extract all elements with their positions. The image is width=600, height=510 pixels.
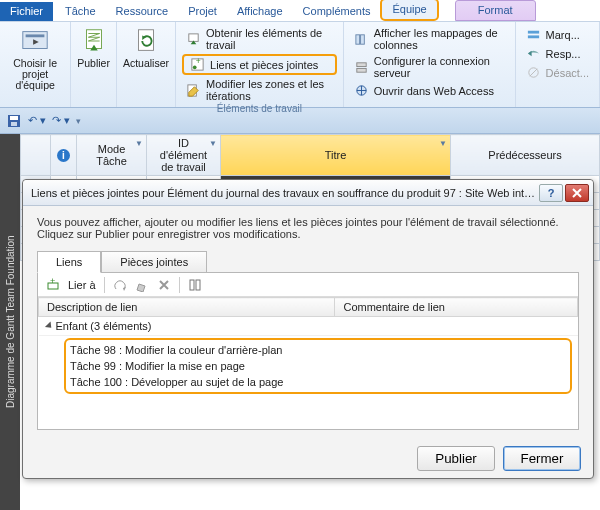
child-task-list: Tâche 98 : Modifier la couleur d'arrière…: [64, 338, 572, 394]
col-link-description[interactable]: Description de lien: [39, 298, 335, 317]
resp-button[interactable]: Resp...: [522, 45, 593, 62]
refresh-icon: [131, 26, 161, 56]
tab-task[interactable]: Tâche: [55, 2, 106, 21]
reply-icon: [526, 46, 541, 61]
col-info[interactable]: i: [51, 135, 77, 176]
redo-button[interactable]: ↷ ▾: [52, 114, 70, 127]
open-web-access-button[interactable]: Ouvrir dans Web Access: [350, 82, 509, 99]
edit-link-icon[interactable]: [135, 278, 149, 292]
edit-icon: [186, 83, 201, 98]
tab-links[interactable]: Liens: [37, 251, 101, 273]
col-mode[interactable]: Mode Tâche▼: [77, 135, 147, 176]
save-icon[interactable]: [6, 113, 22, 129]
show-column-mappings-button[interactable]: Afficher les mappages de colonnes: [350, 26, 509, 52]
svg-rect-16: [357, 68, 366, 72]
edit-areas-button[interactable]: Modifier les zones et les itérations: [182, 77, 337, 103]
svg-rect-30: [196, 280, 200, 290]
add-link-icon[interactable]: +: [46, 278, 60, 292]
svg-rect-29: [190, 280, 194, 290]
publish-icon: [79, 26, 109, 56]
bookmark-icon: [526, 27, 541, 42]
dialog-hint: Vous pouvez afficher, ajouter ou modifie…: [37, 216, 579, 240]
link-group-row[interactable]: Enfant (3 éléments): [39, 317, 578, 336]
list-item[interactable]: Tâche 100 : Développer au sujet de la pa…: [70, 374, 566, 390]
help-button[interactable]: ?: [539, 184, 563, 202]
columns-icon[interactable]: [188, 278, 202, 292]
columns-icon: [354, 32, 369, 47]
mark-button[interactable]: Marq...: [522, 26, 593, 43]
refresh-button[interactable]: Actualiser: [123, 26, 169, 69]
undo-button[interactable]: ↶ ▾: [28, 114, 46, 127]
col-workitem-id[interactable]: ID d'élément de travail▼: [147, 135, 221, 176]
configure-server-button[interactable]: Configurer la connexion serveur: [350, 54, 509, 80]
svg-rect-19: [527, 35, 538, 38]
ribbon-tabs: Fichier Tâche Ressource Projet Affichage…: [0, 0, 600, 22]
server-icon: [354, 60, 369, 75]
col-predecessors[interactable]: Prédécesseurs: [451, 135, 600, 176]
link-to-button[interactable]: Lier à: [68, 279, 96, 291]
group-label-work-items: Éléments de travail: [217, 103, 302, 114]
team-project-icon: [20, 26, 50, 56]
svg-rect-1: [26, 34, 45, 37]
svg-rect-25: [11, 122, 17, 126]
svg-rect-24: [10, 116, 18, 120]
open-icon[interactable]: [113, 278, 127, 292]
publish-button[interactable]: Publier: [77, 26, 110, 69]
tab-display[interactable]: Affichage: [227, 2, 293, 21]
dialog-tabs: Liens Pièces jointes: [37, 250, 579, 272]
tab-addins[interactable]: Compléments: [293, 2, 381, 21]
links-attachments-button[interactable]: + Liens et pièces jointes: [182, 54, 337, 75]
svg-rect-18: [527, 31, 538, 34]
view-sidebar[interactable]: Diagramme de Gantt Team Foundation: [0, 134, 20, 510]
deactivate-button[interactable]: Désact...: [522, 64, 593, 81]
tab-team[interactable]: Équipe: [380, 0, 438, 21]
tab-resource[interactable]: Ressource: [106, 2, 179, 21]
list-item[interactable]: Tâche 98 : Modifier la couleur d'arrière…: [70, 342, 566, 358]
dialog-toolbar: + Lier à: [38, 273, 578, 297]
close-dialog-button[interactable]: Fermer: [503, 446, 581, 471]
dialog-titlebar[interactable]: Liens et pièces jointes pour Élément du …: [23, 180, 593, 206]
dialog-title: Liens et pièces jointes pour Élément du …: [31, 187, 537, 199]
svg-line-22: [529, 69, 537, 77]
svg-point-10: [193, 65, 197, 69]
download-icon: [186, 32, 201, 47]
link-grid[interactable]: Description de lien Commentaire de lien …: [38, 297, 578, 429]
tab-file[interactable]: Fichier: [0, 2, 53, 21]
svg-marker-28: [123, 287, 126, 291]
attachment-icon: +: [190, 57, 205, 72]
delete-link-icon[interactable]: [157, 278, 171, 292]
svg-rect-7: [189, 33, 198, 41]
col-link-comment[interactable]: Commentaire de lien: [335, 298, 578, 317]
svg-text:+: +: [50, 278, 55, 286]
globe-icon: [354, 83, 369, 98]
svg-rect-14: [360, 34, 364, 43]
svg-marker-20: [527, 51, 531, 57]
ribbon: Choisir le projet d'équipe Publier Actua…: [0, 22, 600, 108]
col-rownum[interactable]: [21, 135, 51, 176]
publish-dialog-button[interactable]: Publier: [417, 446, 495, 471]
links-attachments-dialog: Liens et pièces jointes pour Élément du …: [22, 179, 594, 479]
tab-attachments[interactable]: Pièces jointes: [101, 251, 207, 273]
choose-team-project-button[interactable]: Choisir le projet d'équipe: [6, 26, 64, 91]
svg-text:+: +: [196, 57, 201, 66]
svg-rect-15: [357, 62, 366, 66]
close-button[interactable]: [565, 184, 589, 202]
workspace: Diagramme de Gantt Team Foundation i Mod…: [0, 134, 600, 510]
dialog-footer: Publier Fermer: [23, 438, 593, 478]
qat-more[interactable]: ▾: [76, 116, 81, 126]
svg-rect-13: [356, 34, 360, 43]
col-title[interactable]: Titre▼: [221, 135, 451, 176]
get-work-items-button[interactable]: Obtenir les éléments de travail: [182, 26, 337, 52]
tab-project[interactable]: Projet: [178, 2, 227, 21]
tab-format[interactable]: Format: [455, 0, 536, 21]
list-item[interactable]: Tâche 99 : Modifier la mise en page: [70, 358, 566, 374]
tree-toggle-icon[interactable]: [44, 321, 53, 330]
disable-icon: [526, 65, 541, 80]
